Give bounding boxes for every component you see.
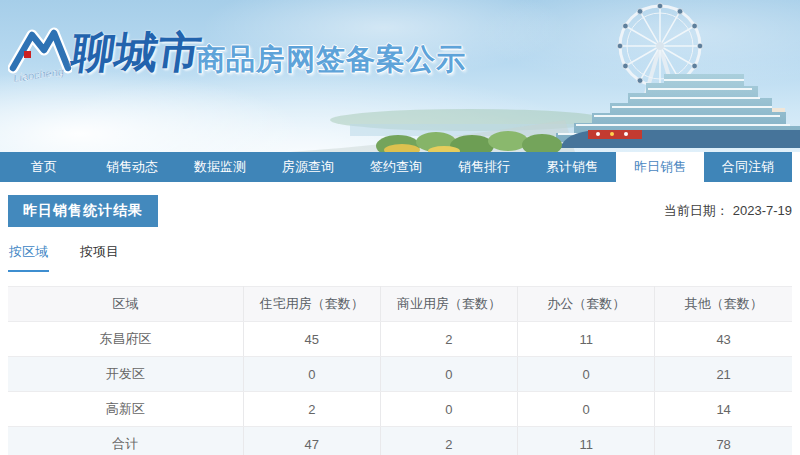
current-date: 当前日期：2023-7-19 bbox=[664, 202, 792, 220]
nav-item-sales-ranking[interactable]: 销售排行 bbox=[440, 152, 528, 182]
logo-brand-text: Liaocheng bbox=[13, 65, 66, 84]
nav-item-listing-search[interactable]: 房源查询 bbox=[264, 152, 352, 182]
section-title-badge: 昨日销售统计结果 bbox=[8, 195, 158, 227]
tab-by-project[interactable]: 按项目 bbox=[79, 243, 120, 272]
title-row: 昨日销售统计结果 当前日期：2023-7-19 bbox=[8, 195, 792, 227]
table-row-kaifaqu: 开发区 0 0 0 21 bbox=[8, 357, 792, 392]
cell-region: 高新区 bbox=[8, 392, 243, 427]
col-residential: 住宅用房（套数） bbox=[243, 287, 380, 322]
col-office: 办公（套数） bbox=[518, 287, 655, 322]
nav-item-contract-cancellation[interactable]: 合同注销 bbox=[704, 152, 792, 182]
nav-item-data-monitoring[interactable]: 数据监测 bbox=[176, 152, 264, 182]
cell-office: 0 bbox=[518, 357, 655, 392]
cell-commercial: 2 bbox=[380, 322, 517, 357]
main-nav: 首页 销售动态 数据监测 房源查询 签约查询 销售排行 累计销售 昨日销售 合同… bbox=[0, 152, 792, 182]
nav-item-cumulative-sales[interactable]: 累计销售 bbox=[528, 152, 616, 182]
cell-other: 43 bbox=[655, 322, 792, 357]
cell-other: 14 bbox=[655, 392, 792, 427]
current-date-label: 当前日期： bbox=[664, 203, 729, 218]
cell-region: 开发区 bbox=[8, 357, 243, 392]
sales-stats-table: 区域 住宅用房（套数） 商业用房（套数） 办公（套数） 其他（套数） 东昌府区 … bbox=[8, 286, 792, 455]
site-title: 商品房网签备案公示 bbox=[196, 40, 466, 80]
cell-commercial: 0 bbox=[380, 392, 517, 427]
cell-region: 东昌府区 bbox=[8, 322, 243, 357]
city-name-calligraphy: 聊城市 bbox=[68, 24, 205, 82]
cell-residential: 0 bbox=[243, 357, 380, 392]
nav-item-home[interactable]: 首页 bbox=[0, 152, 88, 182]
terraced-building bbox=[556, 74, 800, 148]
main-content: 昨日销售统计结果 当前日期：2023-7-19 按区域 按项目 区域 住宅用房（… bbox=[0, 195, 800, 455]
table-body: 东昌府区 45 2 11 43 开发区 0 0 0 21 高新区 2 0 0 1… bbox=[8, 322, 792, 455]
city-logo: Liaocheng bbox=[8, 24, 72, 86]
cell-other: 21 bbox=[655, 357, 792, 392]
nav-item-contract-search[interactable]: 签约查询 bbox=[352, 152, 440, 182]
nav-item-yesterday-sales[interactable]: 昨日销售 bbox=[616, 152, 704, 182]
cell-residential: 47 bbox=[243, 427, 380, 455]
col-region: 区域 bbox=[8, 287, 243, 322]
table-row-gaoxinqu: 高新区 2 0 0 14 bbox=[8, 392, 792, 427]
col-commercial: 商业用房（套数） bbox=[380, 287, 517, 322]
cell-residential: 45 bbox=[243, 322, 380, 357]
cell-office: 11 bbox=[518, 322, 655, 357]
mountain-m-logo-icon: Liaocheng bbox=[8, 24, 72, 86]
cell-other: 78 bbox=[655, 427, 792, 455]
cell-office: 11 bbox=[518, 427, 655, 455]
cell-commercial: 0 bbox=[380, 357, 517, 392]
site-banner: Liaocheng 聊城市 商品房网签备案公示 bbox=[0, 0, 800, 152]
cell-residential: 2 bbox=[243, 392, 380, 427]
table-header-row: 区域 住宅用房（套数） 商业用房（套数） 办公（套数） 其他（套数） bbox=[8, 287, 792, 322]
current-date-value: 2023-7-19 bbox=[733, 203, 792, 218]
cell-office: 0 bbox=[518, 392, 655, 427]
tab-by-region[interactable]: 按区域 bbox=[8, 243, 49, 272]
cell-region: 合计 bbox=[8, 427, 243, 455]
view-tabs: 按区域 按项目 bbox=[8, 243, 792, 272]
nav-item-sales-dynamics[interactable]: 销售动态 bbox=[88, 152, 176, 182]
cell-commercial: 2 bbox=[380, 427, 517, 455]
table-row-dongchangfu: 东昌府区 45 2 11 43 bbox=[8, 322, 792, 357]
table-row-total: 合计 47 2 11 78 bbox=[8, 427, 792, 455]
col-other: 其他（套数） bbox=[655, 287, 792, 322]
table-header: 区域 住宅用房（套数） 商业用房（套数） 办公（套数） 其他（套数） bbox=[8, 287, 792, 322]
